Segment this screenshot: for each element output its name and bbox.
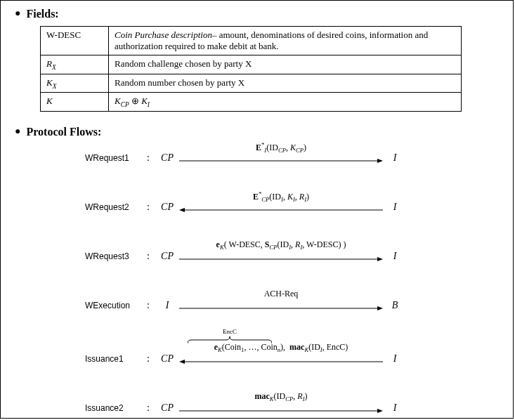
- flow-left-party: CP: [155, 202, 179, 213]
- arrow-right-icon: [179, 407, 383, 415]
- svg-marker-5: [377, 257, 383, 261]
- flow-right-party: I: [383, 402, 407, 414]
- flow-right-party: B: [383, 300, 407, 311]
- flow-label: macK(IDCP, RI): [179, 391, 383, 402]
- colon: :: [141, 202, 155, 213]
- field-desc: Random challenge chosen by party X: [109, 55, 462, 74]
- flow-name: WRequest3: [85, 251, 141, 261]
- table-row: RX Random challenge chosen by party X: [41, 55, 462, 74]
- colon: :: [141, 300, 155, 311]
- field-desc: Coin Purchase description– amount, denom…: [109, 27, 462, 55]
- flow-right-party: I: [383, 152, 407, 164]
- flow-right-party: I: [383, 202, 407, 213]
- svg-marker-11: [377, 409, 383, 413]
- table-row: W-DESC Coin Purchase description– amount…: [41, 27, 462, 55]
- svg-marker-9: [179, 360, 185, 364]
- flow-left-party: CP: [155, 152, 179, 164]
- flow-left-party: I: [155, 300, 179, 311]
- table-row: K KCP ⊕ KI: [41, 93, 462, 112]
- flow-label: E*CP(IDI, KI, RI): [179, 190, 383, 203]
- svg-marker-3: [179, 208, 185, 212]
- colon: :: [141, 353, 155, 365]
- bullet-icon: ●: [15, 126, 20, 138]
- flow-row: WRequest2 : CP E*CP(IDI, KI, RI) I: [85, 193, 499, 221]
- svg-marker-1: [377, 159, 383, 163]
- flow-name: WExecution: [85, 301, 141, 310]
- flow-row: Issuance1 : CP EncC eK(Coin1, …, Coinn),…: [85, 345, 499, 373]
- field-name: K: [41, 93, 109, 112]
- flow-label: E*I(IDCP, KCP): [179, 141, 383, 154]
- flow-left-party: CP: [155, 251, 179, 262]
- flow-row: Issuance2 : CP macK(IDCP, RI) I: [85, 394, 499, 419]
- colon: :: [141, 402, 155, 414]
- fields-table: W-DESC Coin Purchase description– amount…: [40, 26, 462, 112]
- colon: :: [141, 251, 155, 262]
- flow-left-party: CP: [155, 402, 179, 414]
- flow-label: eK( W-DESC, SCP(IDI, RI, W-DESC) ): [179, 239, 383, 251]
- brace-icon: [188, 335, 272, 342]
- arrow-right-icon: [179, 255, 383, 263]
- field-desc: Random number chosen by party X: [109, 74, 462, 93]
- field-desc: KCP ⊕ KI: [109, 93, 462, 112]
- bullet-icon: ●: [15, 8, 20, 20]
- fields-title: Fields:: [26, 8, 58, 20]
- flows-title: Protocol Flows:: [26, 126, 101, 138]
- flow-left-party: CP: [155, 353, 179, 365]
- svg-marker-7: [377, 306, 383, 310]
- flow-row: WRequest1 : CP E*I(IDCP, KCP) I: [85, 144, 499, 172]
- table-row: KX Random number chosen by party X: [41, 74, 462, 93]
- arrow-right-icon: [179, 157, 383, 165]
- field-name: RX: [41, 55, 109, 74]
- flow-name: WRequest2: [85, 202, 141, 212]
- flow-row: WExecution : I ACH-Req B: [85, 291, 499, 320]
- field-name: KX: [41, 74, 109, 93]
- flow-name: Issuance1: [85, 354, 141, 364]
- flow-name: Issuance2: [85, 403, 141, 413]
- flow-right-party: I: [383, 353, 407, 365]
- flow-name: WRequest1: [85, 153, 141, 163]
- flow-right-party: I: [383, 251, 407, 262]
- flow-label: eK(Coin1, …, Coinn), macK(IDI, EncC): [179, 342, 383, 353]
- brace-label: EncC: [188, 328, 272, 335]
- arrow-left-icon: [179, 357, 383, 366]
- flow-row: WRequest3 : CP eK( W-DESC, SCP(IDI, RI, …: [85, 242, 499, 270]
- field-name: W-DESC: [41, 27, 109, 55]
- arrow-left-icon: [179, 206, 383, 214]
- flow-label: ACH-Req: [179, 289, 383, 299]
- arrow-right-icon: [179, 304, 383, 313]
- colon: :: [141, 152, 155, 164]
